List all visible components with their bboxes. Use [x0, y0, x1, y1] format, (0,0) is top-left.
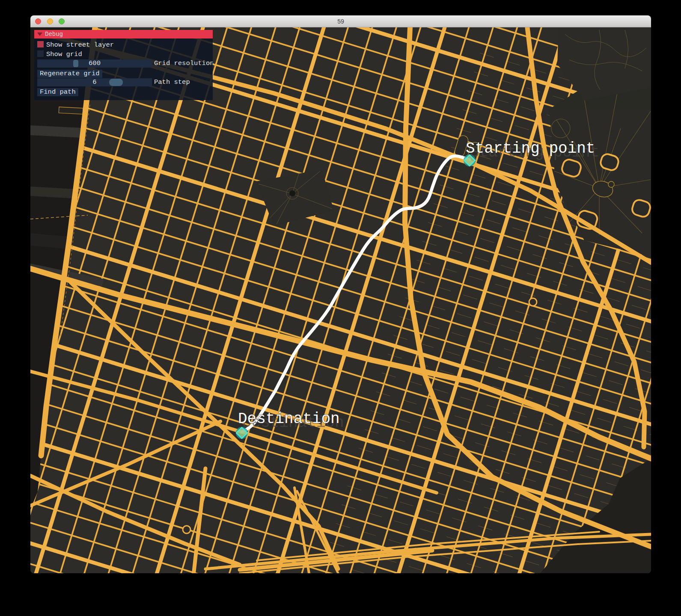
- svg-text:Starting point: Starting point: [466, 140, 595, 157]
- svg-text:Destination: Destination: [238, 410, 340, 428]
